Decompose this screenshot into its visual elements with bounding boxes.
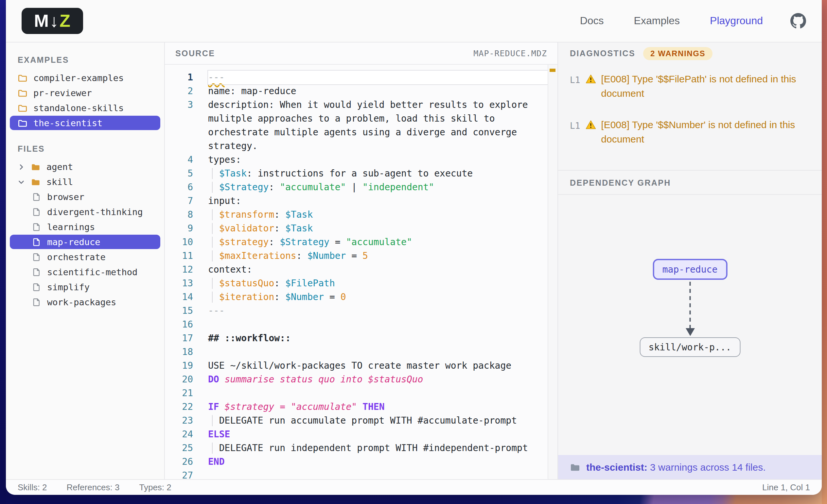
line-number: 8 (165, 208, 208, 222)
code-line-12[interactable]: 12context: (165, 263, 548, 277)
sidebar-item-standalone-skills[interactable]: standalone-skills (10, 101, 160, 115)
line-content[interactable]: ## ::workflow:: (208, 331, 548, 345)
diagnostics-title: DIAGNOSTICS (570, 49, 635, 58)
line-content[interactable]: --- (208, 71, 548, 84)
line-content[interactable]: $Strategy: "accumulate" | "independent" (208, 180, 548, 194)
code-line-10[interactable]: 10 $strategy: $Strategy = "accumulate" (165, 235, 548, 249)
code-line-2[interactable]: 2name: map-reduce (165, 84, 548, 98)
project-status-bar[interactable]: the-scientist: 3 warnings across 14 file… (558, 455, 822, 479)
code-line-16[interactable]: 16 (165, 318, 548, 331)
desktop: M↓Z DocsExamplesPlayground EXAMPLES comp… (0, 0, 827, 504)
folder-icon (31, 177, 41, 187)
code-line-25[interactable]: 25 DELEGATE run independent prompt WITH … (165, 441, 548, 455)
code-line-26[interactable]: 26END (165, 455, 548, 469)
dependency-graph-canvas[interactable]: map-reduce skill/work-p... (558, 195, 822, 455)
line-content[interactable] (208, 318, 548, 331)
code-area[interactable]: 1---2name: map-reduce3description: When … (165, 65, 548, 479)
line-content[interactable]: $strategy: $Strategy = "accumulate" (208, 235, 548, 249)
diagnostics-header: DIAGNOSTICS 2 WARNINGS (558, 43, 822, 64)
editor-scrollbar[interactable] (548, 65, 557, 479)
logo-letter-z: Z (59, 11, 71, 31)
code-line-6[interactable]: 6 $Strategy: "accumulate" | "independent… (165, 180, 548, 194)
code-line-1[interactable]: 1--- (165, 71, 548, 84)
arrowhead-icon (685, 328, 694, 336)
code-line-14[interactable]: 14 $iteration: $Number = 0 (165, 290, 548, 304)
code-line-21[interactable]: 21 (165, 386, 548, 400)
app-window: M↓Z DocsExamplesPlayground EXAMPLES comp… (6, 0, 822, 495)
app-logo[interactable]: M↓Z (21, 8, 83, 34)
line-content[interactable]: USE ~/skill/work-packages TO create mast… (208, 359, 548, 373)
sidebar-item-compiler-examples[interactable]: compiler-examples (10, 71, 160, 85)
file-icon (32, 237, 41, 246)
line-content[interactable]: ELSE (208, 428, 548, 441)
line-content[interactable]: $validator: $Task (208, 222, 548, 235)
graph-node-map-reduce[interactable]: map-reduce (652, 259, 728, 280)
line-number: 3 (165, 98, 208, 153)
nav-link-examples[interactable]: Examples (634, 15, 680, 27)
code-line-19[interactable]: 19USE ~/skill/work-packages TO create ma… (165, 359, 548, 373)
line-content[interactable]: name: map-reduce (208, 84, 548, 98)
line-content[interactable]: DELEGATE run independent prompt WITH #in… (208, 441, 548, 455)
line-content[interactable] (208, 345, 548, 359)
line-content[interactable]: --- (208, 304, 548, 318)
nav-link-docs[interactable]: Docs (580, 15, 604, 27)
code-line-18[interactable]: 18 (165, 345, 548, 359)
line-content[interactable]: input: (208, 194, 548, 208)
file-tree-item-agent[interactable]: agent (10, 160, 160, 174)
line-content[interactable]: $iteration: $Number = 0 (208, 290, 548, 304)
code-line-3[interactable]: 3description: When it would yield better… (165, 98, 548, 153)
code-line-24[interactable]: 24ELSE (165, 428, 548, 441)
line-content[interactable]: context: (208, 263, 548, 277)
code-line-27[interactable]: 27 (165, 469, 548, 479)
file-tree-item-simplify[interactable]: simplify (10, 280, 160, 294)
code-line-13[interactable]: 13 $statusQuo: $FilePath (165, 277, 548, 290)
warning-marker[interactable] (549, 69, 555, 72)
line-content[interactable]: $maxIterations: $Number = 5 (208, 249, 548, 263)
line-content[interactable] (208, 386, 548, 400)
chevron-down-icon[interactable] (18, 178, 25, 185)
code-line-22[interactable]: 22IF $strategy = "accumulate" THEN (165, 400, 548, 414)
file-tree-item-divergent-thinking[interactable]: divergent-thinking (10, 205, 160, 219)
line-content[interactable] (208, 469, 548, 479)
line-content[interactable]: DO summarise status quo into $statusQuo (208, 373, 548, 386)
code-line-8[interactable]: 8 $transform: $Task (165, 208, 548, 222)
github-icon[interactable] (790, 13, 806, 29)
file-tree-item-map-reduce[interactable]: map-reduce (10, 235, 160, 249)
line-content[interactable]: END (208, 455, 548, 469)
folder-icon (18, 118, 28, 128)
line-content[interactable]: DELEGATE run accumulate prompt WITH #acc… (208, 414, 548, 428)
line-content[interactable]: IF $strategy = "accumulate" THEN (208, 400, 548, 414)
line-content[interactable]: types: (208, 153, 548, 167)
line-content[interactable]: description: When it would yield better … (208, 98, 548, 153)
file-tree-item-skill[interactable]: skill (10, 174, 160, 189)
diagnostic-item[interactable]: L1[E008] Type '$$Number' is not defined … (570, 118, 813, 147)
sidebar-item-the-scientist[interactable]: the-scientist (10, 116, 160, 130)
line-content[interactable]: $statusQuo: $FilePath (208, 277, 548, 290)
chevron-right-icon[interactable] (18, 163, 25, 170)
file-tree-item-learnings[interactable]: learnings (10, 220, 160, 234)
code-line-9[interactable]: 9 $validator: $Task (165, 222, 548, 235)
code-line-5[interactable]: 5 $Task: instructions for a sub-agent to… (165, 167, 548, 180)
code-line-15[interactable]: 15--- (165, 304, 548, 318)
nav-link-playground[interactable]: Playground (710, 15, 763, 27)
code-editor[interactable]: 1---2name: map-reduce3description: When … (165, 65, 557, 479)
file-tree-item-browser[interactable]: browser (10, 189, 160, 204)
file-tree-item-orchestrate[interactable]: orchestrate (10, 250, 160, 264)
sidebar-item-pr-reviewer[interactable]: pr-reviewer (10, 86, 160, 100)
file-tree-item-work-packages[interactable]: work-packages (10, 295, 160, 309)
code-line-23[interactable]: 23 DELEGATE run accumulate prompt WITH #… (165, 414, 548, 428)
line-content[interactable]: $Task: instructions for a sub-agent to e… (208, 167, 548, 180)
code-line-20[interactable]: 20DO summarise status quo into $statusQu… (165, 373, 548, 386)
file-tree-item-scientific-method[interactable]: scientific-method (10, 265, 160, 279)
code-line-4[interactable]: 4types: (165, 153, 548, 167)
graph-node-skill-work-packages[interactable]: skill/work-p... (640, 337, 741, 357)
wallpaper-left-strip (0, 0, 6, 504)
line-content[interactable]: $transform: $Task (208, 208, 548, 222)
code-line-17[interactable]: 17## ::workflow:: (165, 331, 548, 345)
line-number: 19 (165, 359, 208, 373)
diagnostics-list: L1[E008] Type '$$FilePath' is not define… (558, 64, 822, 170)
diagnostic-item[interactable]: L1[E008] Type '$$FilePath' is not define… (570, 72, 813, 101)
code-line-11[interactable]: 11 $maxIterations: $Number = 5 (165, 249, 548, 263)
line-number: 23 (165, 414, 208, 428)
code-line-7[interactable]: 7input: (165, 194, 548, 208)
